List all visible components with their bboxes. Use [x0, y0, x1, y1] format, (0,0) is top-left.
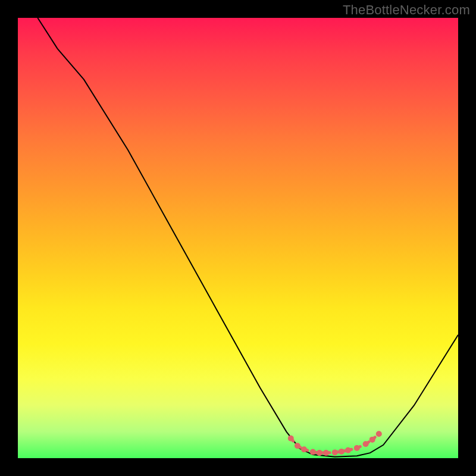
- marker-dot: [317, 450, 322, 456]
- main-curve: [37, 18, 458, 457]
- marker-dot: [369, 437, 375, 443]
- marker-dot: [345, 447, 351, 453]
- marker-dot: [323, 450, 329, 456]
- marker-dot: [332, 449, 338, 455]
- chart-container: TheBottleNecker.com: [0, 0, 476, 476]
- marker-dot: [288, 436, 294, 441]
- marker-dot: [354, 445, 360, 451]
- marker-dot: [301, 446, 307, 452]
- curve-overlay: [18, 18, 458, 458]
- attribution-watermark: TheBottleNecker.com: [343, 2, 470, 18]
- marker-dot: [376, 431, 382, 437]
- plot-area: [18, 18, 458, 458]
- marker-dot: [363, 441, 369, 447]
- marker-dot: [295, 443, 300, 449]
- marker-dot: [339, 449, 345, 455]
- flat-zone-markers: [288, 431, 382, 456]
- marker-dot: [310, 449, 316, 455]
